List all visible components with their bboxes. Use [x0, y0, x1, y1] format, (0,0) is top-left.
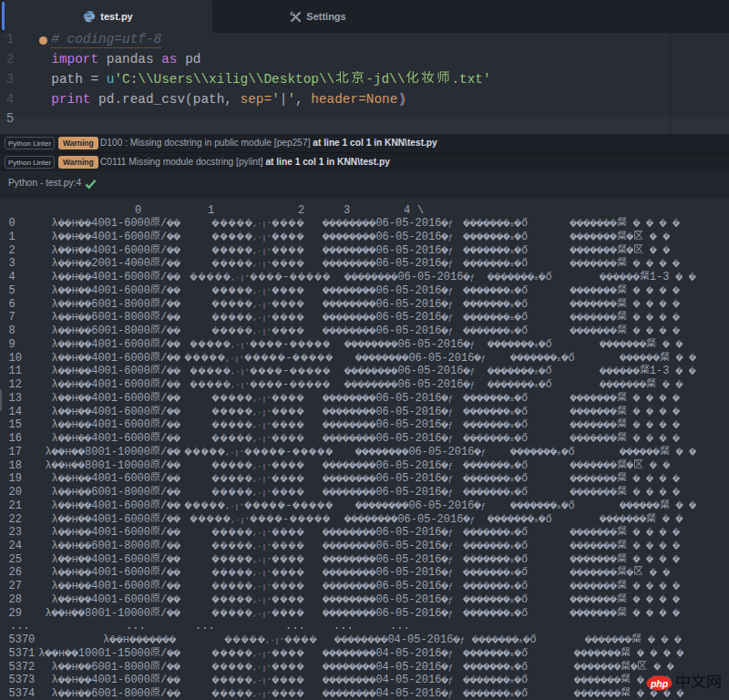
svg-text:php: php — [650, 678, 669, 689]
